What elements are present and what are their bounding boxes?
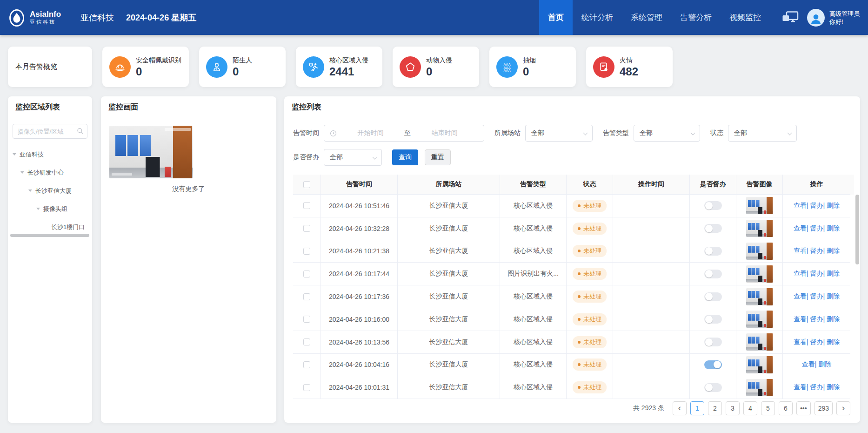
scrollbar-thumb[interactable] — [855, 195, 859, 264]
row-action-link[interactable]: 查看 — [794, 292, 807, 301]
tree-item[interactable]: 长沙研发中心 — [8, 163, 92, 182]
status-dot-icon — [578, 341, 581, 344]
alarm-image-thumbnail[interactable] — [746, 311, 773, 328]
tree-expand-icon[interactable] — [13, 153, 16, 156]
select-all-checkbox[interactable] — [303, 181, 310, 188]
row-action-link[interactable]: 删除 — [823, 247, 840, 255]
row-action-link[interactable]: 删除 — [823, 270, 840, 278]
row-checkbox[interactable] — [303, 316, 310, 323]
alarm-image-thumbnail[interactable] — [746, 197, 773, 214]
page-ellipsis[interactable]: ••• — [796, 401, 811, 415]
row-action-link[interactable]: 查看 — [794, 315, 807, 324]
alarm-image-thumbnail[interactable] — [746, 220, 773, 237]
row-action-link[interactable]: 查看 — [794, 270, 807, 278]
horizontal-scrollbar[interactable] — [10, 234, 89, 237]
page-number-button[interactable]: 2 — [708, 401, 722, 415]
row-action-link[interactable]: 删除 — [823, 338, 840, 346]
tree-expand-icon[interactable] — [36, 208, 40, 210]
supervise-toggle[interactable] — [704, 270, 722, 278]
supervise-select[interactable]: 全部 — [324, 149, 382, 166]
row-action-link[interactable]: 查看 — [794, 338, 807, 346]
stat-value: 0 — [136, 66, 181, 78]
row-action-link[interactable]: 删除 — [823, 292, 840, 301]
alarm-time-cell: 2024-04-26 10:01:31 — [321, 376, 398, 399]
supervise-toggle[interactable] — [704, 247, 722, 256]
stat-card: 陌生人 0 — [199, 47, 286, 87]
camera-feed-panel: 监控画面 没有更多了 — [101, 96, 276, 423]
page-number-button[interactable]: 6 — [779, 401, 793, 415]
alarm-image-thumbnail[interactable] — [746, 379, 773, 396]
row-action-link[interactable]: 查看 — [802, 360, 815, 369]
status-dot-icon — [578, 363, 581, 366]
page-number-button[interactable]: 3 — [726, 401, 740, 415]
camera-thumbnail[interactable] — [109, 126, 193, 178]
row-action-link[interactable]: 查看 — [794, 202, 807, 210]
next-page-button[interactable]: › — [836, 401, 850, 415]
nav-tab[interactable]: 首页 — [539, 0, 573, 35]
station-select[interactable]: 全部 — [525, 125, 593, 142]
row-checkbox[interactable] — [303, 248, 310, 255]
row-checkbox[interactable] — [303, 271, 310, 277]
tree-item[interactable]: 亚信科技 — [8, 145, 92, 163]
row-action-link[interactable]: 督办 — [807, 224, 823, 233]
nav-tab[interactable]: 视频监控 — [721, 0, 770, 35]
page-number-button[interactable]: 1 — [690, 401, 704, 415]
page-number-button[interactable]: 5 — [761, 401, 775, 415]
nav-tab[interactable]: 系统管理 — [622, 0, 671, 35]
row-action-link[interactable]: 删除 — [823, 383, 840, 392]
row-action-link[interactable]: 查看 — [794, 383, 807, 392]
alarm-time-range-picker[interactable]: 开始时间 至 结束时间 — [324, 125, 484, 142]
row-action-link[interactable]: 督办 — [807, 315, 823, 324]
query-button[interactable]: 查询 — [392, 149, 418, 165]
supervise-toggle[interactable] — [704, 292, 722, 301]
alarm-image-thumbnail[interactable] — [746, 356, 773, 373]
tree-item[interactable]: 长沙亚信大厦 — [8, 182, 92, 200]
supervise-toggle[interactable] — [704, 338, 722, 346]
row-action-link[interactable]: 督办 — [807, 338, 823, 346]
tree-expand-icon[interactable] — [28, 189, 32, 192]
row-action-link[interactable]: 督办 — [807, 202, 823, 210]
alarm-image-thumbnail[interactable] — [746, 265, 773, 283]
status-select[interactable]: 全部 — [728, 125, 797, 142]
row-action-link[interactable]: 督办 — [807, 383, 823, 392]
row-action-link[interactable]: 删除 — [823, 202, 840, 210]
supervise-toggle[interactable] — [704, 315, 722, 324]
page-number-button[interactable]: 4 — [743, 401, 757, 415]
alarm-image-thumbnail[interactable] — [746, 288, 773, 305]
user-avatar[interactable] — [807, 9, 825, 27]
alarm-type-select[interactable]: 全部 — [634, 125, 700, 142]
row-action-link[interactable]: 删除 — [815, 360, 832, 369]
alarm-image-thumbnail[interactable] — [746, 333, 773, 351]
nav-tab[interactable]: 统计分析 — [573, 0, 622, 35]
end-time-placeholder[interactable]: 结束时间 — [411, 129, 478, 137]
row-checkbox[interactable] — [303, 384, 310, 391]
supervise-toggle[interactable] — [704, 201, 722, 210]
actions-cell: 查看督办删除 — [783, 331, 850, 354]
row-checkbox[interactable] — [303, 225, 310, 232]
nav-tab[interactable]: 告警分析 — [671, 0, 721, 35]
row-checkbox[interactable] — [303, 202, 310, 209]
row-action-link[interactable]: 督办 — [807, 292, 823, 301]
row-action-link[interactable]: 查看 — [794, 224, 807, 233]
row-checkbox[interactable] — [303, 293, 310, 300]
supervise-toggle[interactable] — [704, 360, 722, 369]
tree-expand-icon[interactable] — [20, 171, 24, 174]
reset-button[interactable]: 重置 — [425, 149, 451, 165]
start-time-placeholder[interactable]: 开始时间 — [337, 129, 404, 137]
row-checkbox[interactable] — [303, 361, 310, 368]
status-badge: 未处理 — [573, 245, 607, 257]
page-number-button[interactable]: 293 — [815, 401, 833, 415]
supervise-toggle[interactable] — [704, 383, 722, 392]
prev-page-button[interactable]: ‹ — [673, 401, 687, 415]
tree-item[interactable]: 摄像头组 — [8, 200, 92, 218]
camera-search-input[interactable] — [13, 124, 87, 139]
row-action-link[interactable]: 督办 — [807, 247, 823, 255]
row-action-link[interactable]: 查看 — [794, 247, 807, 255]
video-wall-icon[interactable] — [782, 11, 799, 24]
row-action-link[interactable]: 督办 — [807, 270, 823, 278]
row-checkbox[interactable] — [303, 338, 310, 345]
alarm-image-thumbnail[interactable] — [746, 243, 773, 260]
row-action-link[interactable]: 删除 — [823, 224, 840, 233]
supervise-toggle[interactable] — [704, 224, 722, 233]
row-action-link[interactable]: 删除 — [823, 315, 840, 324]
